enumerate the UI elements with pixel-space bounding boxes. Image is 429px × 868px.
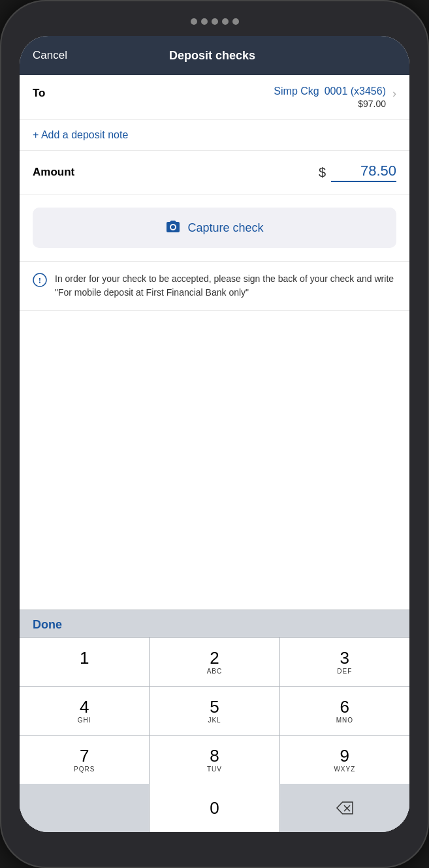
status-dot (222, 18, 229, 25)
key-6-number: 6 (340, 698, 349, 717)
info-section: ! In order for your check to be accepted… (20, 262, 409, 311)
key-1-number: 1 (80, 649, 89, 668)
deposit-note-row[interactable]: + Add a deposit note (20, 120, 409, 151)
key-empty (20, 784, 149, 832)
key-5-letters: JKL (208, 717, 221, 724)
key-4-letters: GHI (78, 717, 91, 724)
status-dot (191, 18, 197, 25)
key-9-number: 9 (340, 747, 349, 766)
amount-input[interactable] (331, 163, 396, 182)
key-0[interactable]: 0 (150, 784, 279, 832)
key-2-number: 2 (210, 649, 219, 668)
account-balance: $97.00 (358, 99, 386, 109)
key-backspace[interactable] (280, 784, 409, 832)
to-row[interactable]: To Simp Ckg 0001 (x3456) $97.00 › (20, 75, 409, 120)
key-0-number: 0 (210, 799, 219, 818)
svg-text:!: ! (39, 275, 41, 285)
status-dot (232, 18, 239, 25)
account-info: Simp Ckg 0001 (x3456) $97.00 (274, 85, 386, 109)
status-bar (191, 18, 239, 25)
key-3[interactable]: 3 DEF (280, 638, 409, 686)
key-8-number: 8 (210, 747, 219, 766)
key-3-letters: DEF (337, 668, 352, 675)
key-7-letters: PQRS (74, 766, 95, 773)
key-8[interactable]: 8 TUV (150, 736, 279, 784)
key-6-letters: MNO (336, 717, 353, 724)
cancel-button[interactable]: Cancel (33, 49, 67, 62)
info-text: In order for your check to be accepted, … (55, 272, 396, 300)
amount-row: Amount $ (20, 151, 409, 194)
key-2[interactable]: 2 ABC (150, 638, 279, 686)
account-number: 0001 (x3456) (325, 85, 386, 97)
to-label: To (33, 85, 46, 100)
account-name: Simp Ckg (274, 85, 319, 97)
amount-label: Amount (33, 166, 74, 179)
backspace-icon (336, 801, 354, 815)
key-2-letters: ABC (207, 668, 223, 675)
key-7-number: 7 (80, 747, 89, 766)
numpad: 1 2 ABC 3 DEF 4 GHI (20, 637, 409, 784)
key-9[interactable]: 9 WXYZ (280, 736, 409, 784)
done-button[interactable]: Done (33, 618, 62, 632)
key-6[interactable]: 6 MNO (280, 687, 409, 735)
key-1[interactable]: 1 (20, 638, 149, 686)
currency-symbol: $ (319, 165, 326, 180)
status-dot (212, 18, 218, 25)
capture-check-label: Capture check (187, 221, 263, 235)
content-spacer (20, 311, 409, 610)
key-9-letters: WXYZ (334, 766, 355, 773)
phone-screen: Cancel Deposit checks To Simp Ckg 0001 (… (20, 36, 409, 832)
bottom-row: 0 (20, 784, 409, 832)
key-5[interactable]: 5 JKL (150, 687, 279, 735)
phone-frame: Cancel Deposit checks To Simp Ckg 0001 (… (0, 0, 429, 868)
key-5-number: 5 (210, 698, 219, 717)
key-8-letters: TUV (207, 766, 222, 773)
key-4-number: 4 (80, 698, 89, 717)
page-title: Deposit checks (169, 49, 255, 63)
info-icon: ! (33, 273, 47, 290)
key-3-number: 3 (340, 649, 349, 668)
nav-bar: Cancel Deposit checks (20, 36, 409, 75)
status-dot (201, 18, 208, 25)
keyboard-area: Done 1 2 ABC 3 DEF (20, 610, 409, 832)
key-7[interactable]: 7 PQRS (20, 736, 149, 784)
capture-check-button[interactable]: Capture check (33, 208, 396, 248)
account-top: Simp Ckg 0001 (x3456) (274, 85, 386, 97)
add-deposit-note-button[interactable]: + Add a deposit note (33, 129, 128, 140)
done-row: Done (20, 610, 409, 637)
capture-section: Capture check (20, 194, 409, 262)
svg-point-0 (171, 225, 175, 229)
amount-input-area: $ (319, 163, 396, 182)
content-area: To Simp Ckg 0001 (x3456) $97.00 › + Add … (20, 75, 409, 832)
key-1-letters (83, 668, 86, 675)
key-4[interactable]: 4 GHI (20, 687, 149, 735)
chevron-right-icon: › (392, 85, 396, 101)
camera-icon (165, 219, 181, 236)
